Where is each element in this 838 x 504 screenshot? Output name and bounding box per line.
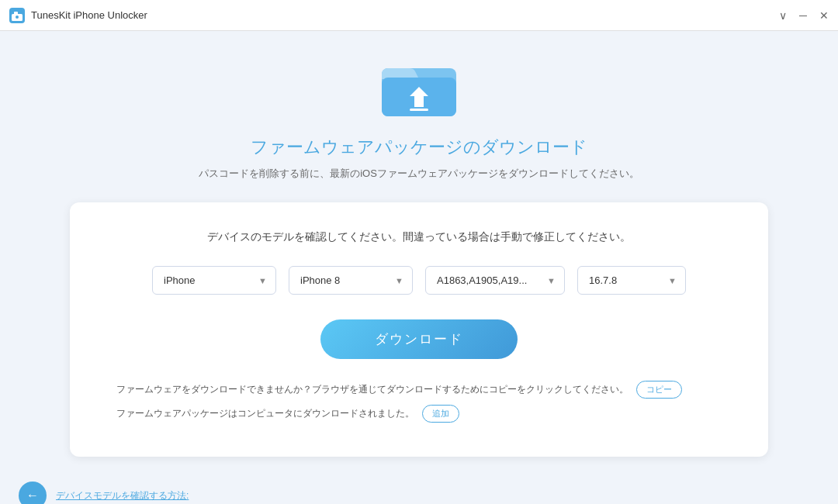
main-card: デバイスのモデルを確認してください。間違っている場合は手動で修正してください。 … — [70, 202, 768, 457]
page-subtitle: パスコードを削除する前に、最新のiOSファームウェアパッケージをダウンロードして… — [199, 167, 639, 181]
download-btn-wrap: ダウンロード — [116, 319, 722, 359]
model-dropdown-wrap: iPhone 8 iPhone 8 Plus iPhone X ▼ — [289, 266, 413, 295]
back-icon: ← — [26, 488, 39, 502]
folder-icon — [380, 54, 458, 120]
app-icon — [9, 8, 25, 23]
help-link[interactable]: デバイスモデルを確認する方法: — [56, 489, 189, 502]
svg-point-3 — [16, 16, 19, 19]
model-dropdown[interactable]: iPhone 8 iPhone 8 Plus iPhone X — [289, 266, 413, 295]
titlebar-controls: ∨ ─ ✕ — [779, 10, 829, 21]
main-content: ファームウェアパッケージのダウンロード パスコードを削除する前に、最新のiOSフ… — [0, 31, 838, 472]
titlebar: TunesKit iPhone Unlocker ∨ ─ ✕ — [0, 0, 838, 31]
app-title: TunesKit iPhone Unlocker — [31, 9, 147, 21]
device-dropdown[interactable]: iPhone iPad iPod — [152, 266, 276, 295]
back-button[interactable]: ← — [19, 482, 47, 504]
maximize-button[interactable]: ∨ — [779, 10, 787, 21]
note2-line: ファームウェアパッケージはコンピュータにダウンロードされました。 追加 — [116, 405, 722, 423]
dropdowns-row: iPhone iPad iPod ▼ iPhone 8 iPhone 8 Plu… — [116, 266, 722, 295]
model-number-dropdown-wrap: A1863,A1905,A19... A1863,A1905,A1906 ▼ — [425, 266, 565, 295]
model-number-dropdown[interactable]: A1863,A1905,A19... A1863,A1905,A1906 — [425, 266, 565, 295]
card-instruction: デバイスのモデルを確認してください。間違っている場合は手動で修正してください。 — [116, 230, 722, 244]
device-dropdown-wrap: iPhone iPad iPod ▼ — [152, 266, 276, 295]
copy-button[interactable]: コピー — [636, 381, 682, 399]
minimize-button[interactable]: ─ — [799, 10, 807, 21]
note1-line: ファームウェアをダウンロードできませんか？ブラウザを通じてダウンロードするために… — [116, 381, 722, 399]
note2-text: ファームウェアパッケージはコンピュータにダウンロードされました。 — [116, 407, 414, 420]
page-title: ファームウェアパッケージのダウンロード — [251, 136, 587, 159]
note1-text: ファームウェアをダウンロードできませんか？ブラウザを通じてダウンロードするために… — [116, 383, 628, 396]
close-button[interactable]: ✕ — [819, 10, 829, 21]
download-button[interactable]: ダウンロード — [320, 319, 518, 359]
titlebar-left: TunesKit iPhone Unlocker — [9, 8, 147, 23]
footer: ← デバイスモデルを確認する方法: — [0, 472, 838, 504]
version-dropdown[interactable]: 16.7.8 16.7.7 15.8.2 — [577, 266, 686, 295]
svg-rect-7 — [410, 109, 428, 111]
svg-rect-2 — [14, 12, 18, 16]
add-button[interactable]: 追加 — [422, 405, 459, 423]
folder-icon-wrap — [380, 54, 458, 123]
version-dropdown-wrap: 16.7.8 16.7.7 15.8.2 ▼ — [577, 266, 686, 295]
